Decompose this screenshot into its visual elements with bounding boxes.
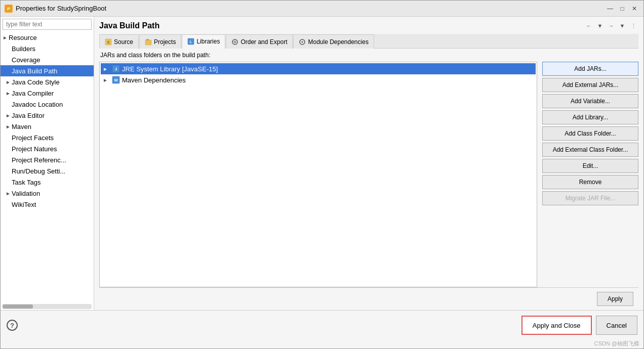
main-header: Java Build Path ← ▼ → ▼ ⋮ (99, 21, 638, 31)
chevron-right-icon: ► (2, 34, 9, 41)
sidebar-item-label: Project Natures (12, 145, 57, 153)
sidebar-item-label: Javadoc Location (12, 101, 63, 108)
sidebar-item-java-compiler[interactable]: ► Java Compiler (1, 88, 94, 99)
apply-bar: Apply (99, 287, 638, 310)
sidebar-item-label: Java Build Path (12, 67, 57, 75)
main-window: P Properties for StudySpringBoot — □ ✕ ►… (0, 0, 644, 349)
svg-rect-5 (146, 39, 149, 40)
filter-input[interactable] (3, 19, 92, 30)
menu-button[interactable]: ⋮ (628, 21, 638, 31)
tab-order-export[interactable]: Order and Export (226, 34, 293, 49)
tab-order-export-label: Order and Export (240, 38, 287, 46)
chevron-right-icon: ► (5, 190, 12, 197)
forward-button[interactable]: → (606, 21, 616, 31)
page-title: Java Build Path (99, 21, 159, 30)
jre-icon: J (112, 65, 120, 73)
sidebar-item-label: Java Editor (12, 112, 45, 119)
main-panel: Java Build Path ← ▼ → ▼ ⋮ S Source Proje… (94, 17, 643, 310)
sidebar-item-project-facets[interactable]: Project Facets (1, 132, 94, 143)
sidebar-item-label: WikiText (12, 201, 36, 208)
sidebar-item-java-build-path[interactable]: Java Build Path (1, 65, 94, 76)
tree-item-jre-label: JRE System Library [JavaSE-15] (122, 65, 218, 73)
tab-module-label: Module Dependencies (308, 38, 368, 46)
chevron-right-icon: ► (103, 66, 110, 72)
back-dropdown-button[interactable]: ▼ (595, 21, 605, 31)
cancel-button[interactable]: Cancel (596, 316, 637, 335)
watermark: CSDN @柚图飞蝶 (1, 340, 643, 348)
sidebar-item-validation[interactable]: ► Validation (1, 188, 94, 199)
main-nav-icons: ← ▼ → ▼ ⋮ (584, 21, 638, 31)
tabs-area: S Source Projects L Libraries Order and … (99, 34, 638, 49)
svg-point-12 (302, 41, 303, 42)
projects-tab-icon (145, 38, 152, 46)
tab-module-dependencies[interactable]: Module Dependencies (293, 34, 374, 49)
buttons-panel: Add JARs... Add External JARs... Add Var… (542, 62, 638, 287)
svg-text:P: P (7, 7, 10, 11)
add-jars-button[interactable]: Add JARs... (542, 62, 638, 76)
sidebar-item-coverage[interactable]: Coverage (1, 54, 94, 65)
title-bar: P Properties for StudySpringBoot — □ ✕ (1, 1, 643, 17)
sidebar-item-wikitext[interactable]: WikiText (1, 199, 94, 210)
sidebar-item-resource[interactable]: ► Resource (1, 32, 94, 43)
title-bar-controls: — □ ✕ (605, 4, 639, 14)
add-external-jars-button[interactable]: Add External JARs... (542, 78, 638, 92)
libraries-tab-icon: L (187, 38, 194, 45)
chevron-right-icon: ► (5, 112, 12, 119)
add-external-class-folder-button[interactable]: Add External Class Folder... (542, 143, 638, 157)
forward-dropdown-button[interactable]: ▼ (617, 21, 627, 31)
remove-button[interactable]: Remove (542, 175, 638, 189)
chevron-right-icon: ► (5, 90, 12, 97)
tab-projects[interactable]: Projects (139, 34, 181, 49)
sidebar-item-project-references[interactable]: Project Referenc... (1, 154, 94, 165)
chevron-right-icon: ► (103, 77, 110, 83)
sidebar-item-run-debug[interactable]: Run/Debug Setti... (1, 165, 94, 177)
sidebar-item-javadoc-location[interactable]: Javadoc Location (1, 99, 94, 110)
sidebar-item-task-tags[interactable]: Task Tags (1, 177, 94, 188)
sidebar-item-maven[interactable]: ► Maven (1, 121, 94, 132)
sidebar-item-label: Builders (12, 45, 35, 53)
sidebar-item-java-code-style[interactable]: ► Java Code Style (1, 76, 94, 88)
tab-libraries[interactable]: L Libraries (182, 34, 225, 49)
order-export-tab-icon (231, 38, 238, 46)
sidebar-item-label: Task Tags (12, 179, 41, 186)
sidebar-item-label: Resource (9, 34, 37, 41)
sidebar-tree: ► Resource Builders Coverage Java Build … (1, 32, 94, 303)
chevron-right-icon: ► (5, 78, 12, 85)
sidebar-item-label: Java Code Style (12, 78, 60, 86)
libraries-tree: ► J JRE System Library [JavaSE-15] ► (99, 62, 537, 287)
footer-right: Apply and Close Cancel (521, 316, 637, 335)
add-class-folder-button[interactable]: Add Class Folder... (542, 126, 638, 141)
window-title: Properties for StudySpringBoot (16, 5, 602, 12)
sidebar-scrollbar[interactable] (3, 304, 92, 309)
sidebar-item-project-natures[interactable]: Project Natures (1, 143, 94, 154)
add-variable-button[interactable]: Add Variable... (542, 94, 638, 108)
sidebar-item-java-editor[interactable]: ► Java Editor (1, 110, 94, 121)
apply-button[interactable]: Apply (597, 292, 633, 306)
sidebar-item-builders[interactable]: Builders (1, 43, 94, 54)
edit-button[interactable]: Edit... (542, 159, 638, 173)
migrate-jar-file-button[interactable]: Migrate JAR File... (542, 191, 638, 205)
close-button[interactable]: ✕ (629, 4, 639, 14)
add-library-button[interactable]: Add Library... (542, 110, 638, 124)
tree-item-maven-label: Maven Dependencies (122, 76, 186, 84)
help-button[interactable]: ? (7, 320, 18, 331)
tree-item-jre[interactable]: ► J JRE System Library [JavaSE-15] (101, 63, 536, 74)
sidebar: ► Resource Builders Coverage Java Build … (1, 17, 94, 310)
svg-text:L: L (190, 40, 192, 43)
tab-source-label: Source (114, 38, 133, 46)
svg-text:M: M (114, 78, 118, 82)
panel-description: JARs and class folders on the build path… (99, 52, 638, 59)
svg-rect-4 (145, 40, 151, 45)
apply-close-button[interactable]: Apply and Close (521, 316, 592, 335)
back-button[interactable]: ← (584, 21, 594, 31)
window-icon: P (5, 5, 13, 13)
tab-projects-label: Projects (154, 38, 176, 46)
sidebar-item-label: Project Referenc... (12, 156, 66, 164)
maximize-button[interactable]: □ (617, 4, 627, 14)
content-area: ► Resource Builders Coverage Java Build … (1, 17, 643, 310)
module-tab-icon (299, 38, 306, 46)
tab-source[interactable]: S Source (99, 34, 139, 49)
minimize-button[interactable]: — (605, 4, 615, 14)
tab-libraries-label: Libraries (196, 38, 220, 45)
tree-item-maven[interactable]: ► M Maven Dependencies (101, 74, 536, 85)
